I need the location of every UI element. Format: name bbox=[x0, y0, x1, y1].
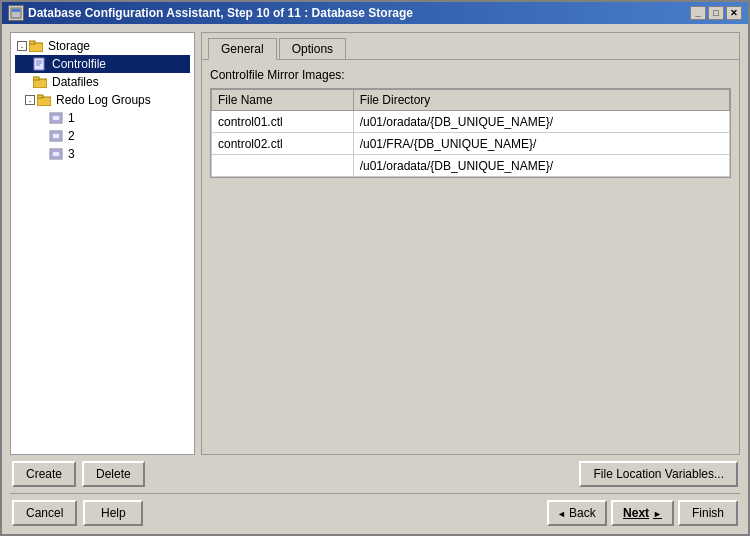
tree-label-group1: 1 bbox=[68, 111, 75, 125]
title-bar: Database Configuration Assistant, Step 1… bbox=[2, 2, 748, 24]
leaf-icon-group2 bbox=[49, 130, 63, 142]
help-button[interactable]: Help bbox=[83, 500, 143, 526]
maximize-button[interactable]: □ bbox=[708, 6, 724, 20]
cell-directory-2[interactable]: /u01/oradata/{DB_UNIQUE_NAME}/ bbox=[353, 155, 729, 177]
tree-label-datafiles: Datafiles bbox=[52, 75, 99, 89]
next-arrow-icon bbox=[653, 506, 662, 520]
cell-filename-2[interactable] bbox=[212, 155, 354, 177]
tree-item-group3[interactable]: 3 bbox=[15, 145, 190, 163]
svg-rect-15 bbox=[52, 133, 60, 139]
col-header-filename: File Name bbox=[212, 90, 354, 111]
tree-item-group2[interactable]: 2 bbox=[15, 127, 190, 145]
tree-label-redo: Redo Log Groups bbox=[56, 93, 151, 107]
main-window: Database Configuration Assistant, Step 1… bbox=[0, 0, 750, 536]
tree-label-storage: Storage bbox=[48, 39, 90, 53]
svg-rect-9 bbox=[33, 77, 39, 80]
table-row[interactable]: control02.ctl/u01/FRA/{DB_UNIQUE_NAME}/ bbox=[212, 133, 730, 155]
window-title: Database Configuration Assistant, Step 1… bbox=[28, 6, 413, 20]
tree-label-group3: 3 bbox=[68, 147, 75, 161]
tree-item-datafiles[interactable]: Datafiles bbox=[15, 73, 190, 91]
tree-item-redo-log-groups[interactable]: - Redo Log Groups bbox=[15, 91, 190, 109]
folder-icon-datafiles bbox=[33, 76, 47, 88]
tab-bar: General Options bbox=[202, 33, 739, 60]
svg-rect-13 bbox=[52, 115, 60, 121]
file-location-button[interactable]: File Location Variables... bbox=[579, 461, 738, 487]
tab-options[interactable]: Options bbox=[279, 38, 346, 60]
tree-item-group1[interactable]: 1 bbox=[15, 109, 190, 127]
leaf-icon-group3 bbox=[49, 148, 63, 160]
svg-rect-1 bbox=[12, 9, 20, 12]
folder-icon-redo bbox=[37, 94, 51, 106]
tree-label-controlfile: Controlfile bbox=[52, 57, 106, 71]
col-header-directory: File Directory bbox=[353, 90, 729, 111]
cell-filename-1[interactable]: control02.ctl bbox=[212, 133, 354, 155]
tree-label-group2: 2 bbox=[68, 129, 75, 143]
cancel-help-buttons: Cancel Help bbox=[12, 500, 143, 526]
main-area: - Storage Controlfi bbox=[10, 32, 740, 455]
svg-rect-17 bbox=[52, 151, 60, 157]
close-button[interactable]: ✕ bbox=[726, 6, 742, 20]
cell-directory-0[interactable]: /u01/oradata/{DB_UNIQUE_NAME}/ bbox=[353, 111, 729, 133]
folder-icon-storage bbox=[29, 40, 43, 52]
tab-general[interactable]: General bbox=[208, 38, 277, 60]
cancel-button[interactable]: Cancel bbox=[12, 500, 77, 526]
cell-filename-0[interactable]: control01.ctl bbox=[212, 111, 354, 133]
delete-button[interactable]: Delete bbox=[82, 461, 145, 487]
tree-item-controlfile[interactable]: Controlfile bbox=[15, 55, 190, 73]
table-header-row: File Name File Directory bbox=[212, 90, 730, 111]
tree-panel[interactable]: - Storage Controlfi bbox=[10, 32, 195, 455]
bottom-section: Create Delete File Location Variables...… bbox=[10, 461, 740, 526]
table-row[interactable]: control01.ctl/u01/oradata/{DB_UNIQUE_NAM… bbox=[212, 111, 730, 133]
navigation-buttons: Back Next Finish bbox=[547, 500, 738, 526]
content-panel: General Options Controlfile Mirror Image… bbox=[201, 32, 740, 455]
file-icon-controlfile bbox=[33, 57, 47, 71]
minimize-button[interactable]: _ bbox=[690, 6, 706, 20]
tab-content-general: Controlfile Mirror Images: File Name Fil… bbox=[202, 60, 739, 454]
finish-button[interactable]: Finish bbox=[678, 500, 738, 526]
bottom-row1: Create Delete File Location Variables... bbox=[10, 461, 740, 487]
create-delete-buttons: Create Delete bbox=[12, 461, 145, 487]
next-button[interactable]: Next bbox=[611, 500, 674, 526]
svg-rect-4 bbox=[34, 58, 44, 70]
table-row[interactable]: /u01/oradata/{DB_UNIQUE_NAME}/ bbox=[212, 155, 730, 177]
leaf-icon-group1 bbox=[49, 112, 63, 124]
section-label: Controlfile Mirror Images: bbox=[210, 68, 731, 82]
tree-item-storage[interactable]: - Storage bbox=[15, 37, 190, 55]
title-bar-left: Database Configuration Assistant, Step 1… bbox=[8, 5, 413, 21]
back-button[interactable]: Back bbox=[547, 500, 607, 526]
svg-rect-11 bbox=[37, 95, 43, 98]
create-button[interactable]: Create bbox=[12, 461, 76, 487]
expand-redo-icon[interactable]: - bbox=[25, 95, 35, 105]
controlfile-table: File Name File Directory control01.ctl/u… bbox=[211, 89, 730, 177]
app-icon bbox=[8, 5, 24, 21]
table-container: File Name File Directory control01.ctl/u… bbox=[210, 88, 731, 178]
window-content: - Storage Controlfi bbox=[2, 24, 748, 534]
back-arrow-icon bbox=[557, 506, 566, 520]
svg-rect-3 bbox=[29, 41, 35, 44]
cell-directory-1[interactable]: /u01/FRA/{DB_UNIQUE_NAME}/ bbox=[353, 133, 729, 155]
title-bar-controls: _ □ ✕ bbox=[690, 6, 742, 20]
expand-storage-icon[interactable]: - bbox=[17, 41, 27, 51]
bottom-row2: Cancel Help Back Next Finish bbox=[10, 493, 740, 526]
